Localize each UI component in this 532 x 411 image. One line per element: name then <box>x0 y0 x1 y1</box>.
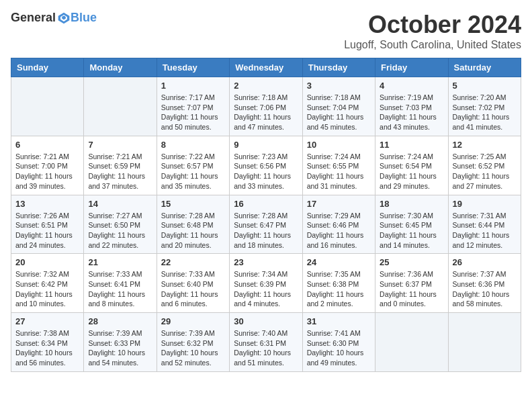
title-block: October 2024 Lugoff, South Carolina, Uni… <box>344 11 521 51</box>
calendar-empty-cell <box>448 313 521 372</box>
calendar-day-cell: 27Sunrise: 7:38 AM Sunset: 6:34 PM Dayli… <box>11 313 84 372</box>
day-number: 27 <box>15 316 79 326</box>
calendar-empty-cell <box>84 77 157 136</box>
calendar-day-cell: 16Sunrise: 7:28 AM Sunset: 6:47 PM Dayli… <box>230 195 302 254</box>
day-info: Sunrise: 7:39 AM Sunset: 6:33 PM Dayligh… <box>88 328 152 368</box>
calendar-day-cell: 5Sunrise: 7:20 AM Sunset: 7:02 PM Daylig… <box>448 77 521 136</box>
day-info: Sunrise: 7:38 AM Sunset: 6:34 PM Dayligh… <box>15 328 79 368</box>
day-info: Sunrise: 7:29 AM Sunset: 6:46 PM Dayligh… <box>307 211 371 250</box>
day-number: 6 <box>15 140 79 150</box>
weekday-header-sunday: Sunday <box>11 58 84 77</box>
day-number: 25 <box>380 257 443 267</box>
logo-icon <box>57 11 71 25</box>
day-number: 21 <box>88 257 152 267</box>
day-number: 1 <box>161 81 225 91</box>
calendar-day-cell: 18Sunrise: 7:30 AM Sunset: 6:45 PM Dayli… <box>375 195 448 254</box>
day-number: 16 <box>234 199 298 209</box>
calendar-day-cell: 2Sunrise: 7:18 AM Sunset: 7:06 PM Daylig… <box>230 77 302 136</box>
calendar-day-cell: 19Sunrise: 7:31 AM Sunset: 6:44 PM Dayli… <box>448 195 521 254</box>
day-info: Sunrise: 7:32 AM Sunset: 6:42 PM Dayligh… <box>15 269 79 309</box>
calendar-day-cell: 14Sunrise: 7:27 AM Sunset: 6:50 PM Dayli… <box>84 195 157 254</box>
logo: General Blue <box>11 11 97 25</box>
day-info: Sunrise: 7:33 AM Sunset: 6:40 PM Dayligh… <box>161 269 225 309</box>
day-info: Sunrise: 7:27 AM Sunset: 6:50 PM Dayligh… <box>88 211 152 250</box>
weekday-header-monday: Monday <box>84 58 157 77</box>
logo-general-text: General <box>11 11 56 25</box>
day-info: Sunrise: 7:30 AM Sunset: 6:45 PM Dayligh… <box>380 211 443 250</box>
day-number: 26 <box>453 257 517 267</box>
calendar-day-cell: 8Sunrise: 7:22 AM Sunset: 6:57 PM Daylig… <box>157 136 229 195</box>
day-info: Sunrise: 7:28 AM Sunset: 6:48 PM Dayligh… <box>161 211 225 250</box>
calendar-day-cell: 31Sunrise: 7:41 AM Sunset: 6:30 PM Dayli… <box>302 313 375 372</box>
day-info: Sunrise: 7:22 AM Sunset: 6:57 PM Dayligh… <box>161 152 225 191</box>
calendar-day-cell: 9Sunrise: 7:23 AM Sunset: 6:56 PM Daylig… <box>230 136 302 195</box>
day-number: 31 <box>307 316 371 326</box>
day-info: Sunrise: 7:18 AM Sunset: 7:06 PM Dayligh… <box>234 93 298 132</box>
day-number: 8 <box>161 140 225 150</box>
location: Lugoff, South Carolina, United States <box>344 39 521 51</box>
calendar-day-cell: 1Sunrise: 7:17 AM Sunset: 7:07 PM Daylig… <box>157 77 229 136</box>
day-info: Sunrise: 7:33 AM Sunset: 6:41 PM Dayligh… <box>88 269 152 309</box>
calendar-day-cell: 17Sunrise: 7:29 AM Sunset: 6:46 PM Dayli… <box>302 195 375 254</box>
day-info: Sunrise: 7:23 AM Sunset: 6:56 PM Dayligh… <box>234 152 298 191</box>
page-header: General Blue October 2024 Lugoff, South … <box>11 11 521 51</box>
day-info: Sunrise: 7:41 AM Sunset: 6:30 PM Dayligh… <box>307 328 371 368</box>
weekday-header-thursday: Thursday <box>302 58 375 77</box>
day-info: Sunrise: 7:18 AM Sunset: 7:04 PM Dayligh… <box>307 93 371 132</box>
day-info: Sunrise: 7:28 AM Sunset: 6:47 PM Dayligh… <box>234 211 298 250</box>
weekday-header-saturday: Saturday <box>448 58 521 77</box>
weekday-header-friday: Friday <box>375 58 448 77</box>
day-info: Sunrise: 7:37 AM Sunset: 6:36 PM Dayligh… <box>453 269 517 309</box>
day-info: Sunrise: 7:24 AM Sunset: 6:55 PM Dayligh… <box>307 152 371 191</box>
calendar-day-cell: 15Sunrise: 7:28 AM Sunset: 6:48 PM Dayli… <box>157 195 229 254</box>
day-info: Sunrise: 7:35 AM Sunset: 6:38 PM Dayligh… <box>307 269 371 309</box>
calendar-day-cell: 13Sunrise: 7:26 AM Sunset: 6:51 PM Dayli… <box>11 195 84 254</box>
calendar-day-cell: 29Sunrise: 7:39 AM Sunset: 6:32 PM Dayli… <box>157 313 229 372</box>
day-number: 15 <box>161 199 225 209</box>
month-title: October 2024 <box>344 11 521 39</box>
calendar-week-row: 1Sunrise: 7:17 AM Sunset: 7:07 PM Daylig… <box>11 77 521 136</box>
calendar-day-cell: 6Sunrise: 7:21 AM Sunset: 7:00 PM Daylig… <box>11 136 84 195</box>
day-info: Sunrise: 7:21 AM Sunset: 6:59 PM Dayligh… <box>88 152 152 191</box>
day-info: Sunrise: 7:36 AM Sunset: 6:37 PM Dayligh… <box>380 269 443 309</box>
calendar-week-row: 20Sunrise: 7:32 AM Sunset: 6:42 PM Dayli… <box>11 254 521 313</box>
calendar-week-row: 27Sunrise: 7:38 AM Sunset: 6:34 PM Dayli… <box>11 313 521 372</box>
day-number: 20 <box>15 257 79 267</box>
day-info: Sunrise: 7:17 AM Sunset: 7:07 PM Dayligh… <box>161 93 225 132</box>
day-number: 7 <box>88 140 152 150</box>
day-number: 24 <box>307 257 371 267</box>
calendar-day-cell: 3Sunrise: 7:18 AM Sunset: 7:04 PM Daylig… <box>302 77 375 136</box>
day-number: 2 <box>234 81 298 91</box>
calendar-day-cell: 23Sunrise: 7:34 AM Sunset: 6:39 PM Dayli… <box>230 254 302 313</box>
day-info: Sunrise: 7:40 AM Sunset: 6:31 PM Dayligh… <box>234 328 298 368</box>
calendar-day-cell: 22Sunrise: 7:33 AM Sunset: 6:40 PM Dayli… <box>157 254 229 313</box>
calendar-empty-cell <box>375 313 448 372</box>
calendar-day-cell: 12Sunrise: 7:25 AM Sunset: 6:52 PM Dayli… <box>448 136 521 195</box>
calendar-day-cell: 26Sunrise: 7:37 AM Sunset: 6:36 PM Dayli… <box>448 254 521 313</box>
day-info: Sunrise: 7:26 AM Sunset: 6:51 PM Dayligh… <box>15 211 79 250</box>
calendar-empty-cell <box>11 77 84 136</box>
calendar-day-cell: 20Sunrise: 7:32 AM Sunset: 6:42 PM Dayli… <box>11 254 84 313</box>
weekday-header-row: SundayMondayTuesdayWednesdayThursdayFrid… <box>11 58 521 77</box>
day-info: Sunrise: 7:34 AM Sunset: 6:39 PM Dayligh… <box>234 269 298 309</box>
day-number: 5 <box>453 81 517 91</box>
logo-blue-text: Blue <box>71 11 97 25</box>
day-number: 13 <box>15 199 79 209</box>
day-number: 17 <box>307 199 371 209</box>
day-info: Sunrise: 7:31 AM Sunset: 6:44 PM Dayligh… <box>453 211 517 250</box>
day-number: 28 <box>88 316 152 326</box>
day-number: 11 <box>380 140 443 150</box>
day-number: 30 <box>234 316 298 326</box>
calendar-day-cell: 21Sunrise: 7:33 AM Sunset: 6:41 PM Dayli… <box>84 254 157 313</box>
calendar-week-row: 13Sunrise: 7:26 AM Sunset: 6:51 PM Dayli… <box>11 195 521 254</box>
calendar-day-cell: 4Sunrise: 7:19 AM Sunset: 7:03 PM Daylig… <box>375 77 448 136</box>
calendar-day-cell: 24Sunrise: 7:35 AM Sunset: 6:38 PM Dayli… <box>302 254 375 313</box>
day-info: Sunrise: 7:21 AM Sunset: 7:00 PM Dayligh… <box>15 152 79 191</box>
day-info: Sunrise: 7:19 AM Sunset: 7:03 PM Dayligh… <box>380 93 443 132</box>
calendar-day-cell: 25Sunrise: 7:36 AM Sunset: 6:37 PM Dayli… <box>375 254 448 313</box>
day-number: 14 <box>88 199 152 209</box>
calendar-day-cell: 28Sunrise: 7:39 AM Sunset: 6:33 PM Dayli… <box>84 313 157 372</box>
day-number: 9 <box>234 140 298 150</box>
day-number: 10 <box>307 140 371 150</box>
calendar-day-cell: 30Sunrise: 7:40 AM Sunset: 6:31 PM Dayli… <box>230 313 302 372</box>
